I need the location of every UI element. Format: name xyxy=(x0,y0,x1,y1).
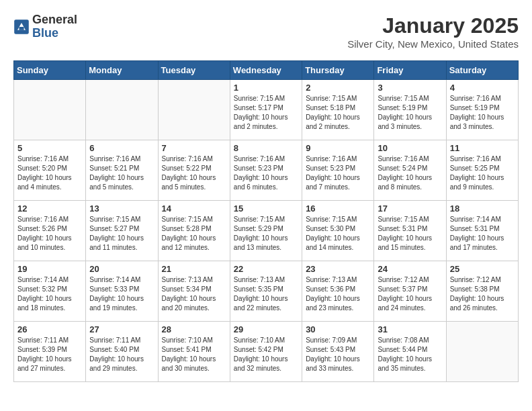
cell-info: Sunrise: 7:16 AMSunset: 5:25 PMDaylight:… xyxy=(450,154,515,192)
day-number: 17 xyxy=(378,203,442,214)
calendar-cell: 29Sunrise: 7:10 AMSunset: 5:42 PMDayligh… xyxy=(230,322,302,382)
cell-info: Sunrise: 7:16 AMSunset: 5:19 PMDaylight:… xyxy=(450,94,515,132)
cell-info: Sunrise: 7:14 AMSunset: 5:31 PMDaylight:… xyxy=(450,215,515,253)
calendar-cell: 22Sunrise: 7:13 AMSunset: 5:35 PMDayligh… xyxy=(230,261,302,322)
calendar-cell: 16Sunrise: 7:15 AMSunset: 5:30 PMDayligh… xyxy=(302,201,374,261)
day-number: 5 xyxy=(17,143,82,153)
logo-general-text: General xyxy=(32,13,77,27)
calendar-cell xyxy=(158,80,230,140)
calendar-cell: 4Sunrise: 7:16 AMSunset: 5:19 PMDaylight… xyxy=(446,80,518,140)
calendar-cell: 19Sunrise: 7:14 AMSunset: 5:32 PMDayligh… xyxy=(14,261,86,322)
cell-info: Sunrise: 7:16 AMSunset: 5:20 PMDaylight:… xyxy=(17,154,82,192)
calendar-cell: 20Sunrise: 7:14 AMSunset: 5:33 PMDayligh… xyxy=(86,261,158,322)
calendar-cell: 14Sunrise: 7:15 AMSunset: 5:28 PMDayligh… xyxy=(158,201,230,261)
calendar-cell: 25Sunrise: 7:12 AMSunset: 5:38 PMDayligh… xyxy=(446,261,518,322)
cell-info: Sunrise: 7:16 AMSunset: 5:26 PMDaylight:… xyxy=(17,215,82,253)
calendar-cell: 2Sunrise: 7:15 AMSunset: 5:18 PMDaylight… xyxy=(302,80,374,140)
cell-info: Sunrise: 7:11 AMSunset: 5:40 PMDaylight:… xyxy=(89,336,154,373)
day-number: 18 xyxy=(450,203,515,214)
calendar-cell: 17Sunrise: 7:15 AMSunset: 5:31 PMDayligh… xyxy=(374,201,446,261)
day-number: 1 xyxy=(234,83,298,93)
calendar-cell: 7Sunrise: 7:16 AMSunset: 5:22 PMDaylight… xyxy=(158,140,230,201)
calendar-cell: 24Sunrise: 7:12 AMSunset: 5:37 PMDayligh… xyxy=(374,261,446,322)
cell-info: Sunrise: 7:15 AMSunset: 5:28 PMDaylight:… xyxy=(162,215,226,253)
day-number: 3 xyxy=(378,83,442,93)
calendar-cell xyxy=(446,322,518,382)
calendar-cell: 5Sunrise: 7:16 AMSunset: 5:20 PMDaylight… xyxy=(14,140,86,201)
cell-info: Sunrise: 7:10 AMSunset: 5:41 PMDaylight:… xyxy=(162,336,226,373)
svg-rect-2 xyxy=(19,27,24,30)
cell-info: Sunrise: 7:08 AMSunset: 5:44 PMDaylight:… xyxy=(378,336,442,373)
calendar-week-row: 1Sunrise: 7:15 AMSunset: 5:17 PMDaylight… xyxy=(14,80,519,140)
day-number: 30 xyxy=(306,324,370,334)
cell-info: Sunrise: 7:16 AMSunset: 5:23 PMDaylight:… xyxy=(306,154,370,192)
cell-info: Sunrise: 7:13 AMSunset: 5:34 PMDaylight:… xyxy=(162,275,226,313)
logo: General Blue xyxy=(13,13,77,40)
day-number: 4 xyxy=(450,83,515,93)
day-number: 20 xyxy=(89,264,154,274)
cell-info: Sunrise: 7:16 AMSunset: 5:21 PMDaylight:… xyxy=(89,154,154,192)
cell-info: Sunrise: 7:15 AMSunset: 5:18 PMDaylight:… xyxy=(306,94,370,132)
month-title: January 2025 xyxy=(347,13,519,38)
day-number: 26 xyxy=(17,324,82,334)
cell-info: Sunrise: 7:11 AMSunset: 5:39 PMDaylight:… xyxy=(17,336,82,373)
cell-info: Sunrise: 7:15 AMSunset: 5:17 PMDaylight:… xyxy=(234,94,298,132)
calendar-cell: 9Sunrise: 7:16 AMSunset: 5:23 PMDaylight… xyxy=(302,140,374,201)
calendar-cell: 11Sunrise: 7:16 AMSunset: 5:25 PMDayligh… xyxy=(446,140,518,201)
calendar-cell: 15Sunrise: 7:15 AMSunset: 5:29 PMDayligh… xyxy=(230,201,302,261)
calendar-cell: 27Sunrise: 7:11 AMSunset: 5:40 PMDayligh… xyxy=(86,322,158,382)
calendar-cell: 28Sunrise: 7:10 AMSunset: 5:41 PMDayligh… xyxy=(158,322,230,382)
day-number: 29 xyxy=(234,324,298,334)
day-number: 31 xyxy=(378,324,442,334)
day-number: 19 xyxy=(17,264,82,274)
day-number: 11 xyxy=(450,143,515,153)
weekday-header-row: SundayMondayTuesdayWednesdayThursdayFrid… xyxy=(14,61,519,80)
calendar-cell xyxy=(14,80,86,140)
calendar-cell: 8Sunrise: 7:16 AMSunset: 5:23 PMDaylight… xyxy=(230,140,302,201)
cell-info: Sunrise: 7:14 AMSunset: 5:33 PMDaylight:… xyxy=(89,275,154,313)
weekday-header: Friday xyxy=(374,61,446,80)
day-number: 15 xyxy=(234,203,298,214)
cell-info: Sunrise: 7:15 AMSunset: 5:31 PMDaylight:… xyxy=(378,215,442,253)
day-number: 16 xyxy=(306,203,370,214)
day-number: 2 xyxy=(306,83,370,93)
cell-info: Sunrise: 7:12 AMSunset: 5:37 PMDaylight:… xyxy=(378,275,442,313)
calendar-cell: 3Sunrise: 7:15 AMSunset: 5:19 PMDaylight… xyxy=(374,80,446,140)
day-number: 25 xyxy=(450,264,515,274)
day-number: 21 xyxy=(162,264,226,274)
calendar-cell: 12Sunrise: 7:16 AMSunset: 5:26 PMDayligh… xyxy=(14,201,86,261)
weekday-header: Thursday xyxy=(302,61,374,80)
weekday-header: Monday xyxy=(86,61,158,80)
day-number: 13 xyxy=(89,203,154,214)
weekday-header: Saturday xyxy=(446,61,518,80)
logo-icon xyxy=(13,19,30,35)
location-text: Silver City, New Mexico, United States xyxy=(347,38,519,50)
calendar-week-row: 5Sunrise: 7:16 AMSunset: 5:20 PMDaylight… xyxy=(14,140,519,201)
cell-info: Sunrise: 7:13 AMSunset: 5:35 PMDaylight:… xyxy=(234,275,298,313)
day-number: 27 xyxy=(89,324,154,334)
cell-info: Sunrise: 7:15 AMSunset: 5:29 PMDaylight:… xyxy=(234,215,298,253)
calendar-week-row: 26Sunrise: 7:11 AMSunset: 5:39 PMDayligh… xyxy=(14,322,519,382)
cell-info: Sunrise: 7:15 AMSunset: 5:19 PMDaylight:… xyxy=(378,94,442,132)
calendar-cell: 13Sunrise: 7:15 AMSunset: 5:27 PMDayligh… xyxy=(86,201,158,261)
calendar-cell: 23Sunrise: 7:13 AMSunset: 5:36 PMDayligh… xyxy=(302,261,374,322)
calendar-cell: 31Sunrise: 7:08 AMSunset: 5:44 PMDayligh… xyxy=(374,322,446,382)
weekday-header: Tuesday xyxy=(158,61,230,80)
day-number: 22 xyxy=(234,264,298,274)
day-number: 14 xyxy=(162,203,226,214)
title-area: January 2025 Silver City, New Mexico, Un… xyxy=(347,13,519,50)
day-number: 12 xyxy=(17,203,82,214)
day-number: 28 xyxy=(162,324,226,334)
day-number: 10 xyxy=(378,143,442,153)
cell-info: Sunrise: 7:16 AMSunset: 5:22 PMDaylight:… xyxy=(162,154,226,192)
cell-info: Sunrise: 7:10 AMSunset: 5:42 PMDaylight:… xyxy=(234,336,298,373)
day-number: 9 xyxy=(306,143,370,153)
cell-info: Sunrise: 7:15 AMSunset: 5:30 PMDaylight:… xyxy=(306,215,370,253)
calendar-week-row: 19Sunrise: 7:14 AMSunset: 5:32 PMDayligh… xyxy=(14,261,519,322)
calendar-cell: 1Sunrise: 7:15 AMSunset: 5:17 PMDaylight… xyxy=(230,80,302,140)
calendar-cell: 21Sunrise: 7:13 AMSunset: 5:34 PMDayligh… xyxy=(158,261,230,322)
calendar-cell: 26Sunrise: 7:11 AMSunset: 5:39 PMDayligh… xyxy=(14,322,86,382)
cell-info: Sunrise: 7:14 AMSunset: 5:32 PMDaylight:… xyxy=(17,275,82,313)
cell-info: Sunrise: 7:12 AMSunset: 5:38 PMDaylight:… xyxy=(450,275,515,313)
day-number: 7 xyxy=(162,143,226,153)
